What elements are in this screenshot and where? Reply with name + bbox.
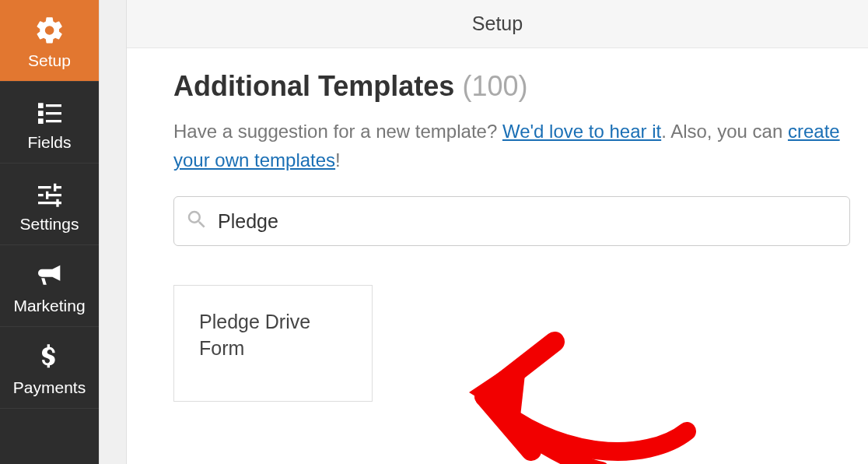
heading-text: Additional Templates (173, 70, 454, 102)
search-box[interactable] (173, 196, 850, 246)
main-header: Setup (127, 0, 868, 48)
sidebar-item-setup[interactable]: Setup (0, 0, 99, 82)
heading-count: (100) (462, 70, 527, 102)
main: Setup Additional Templates (100) Have a … (127, 0, 868, 464)
sidebar-item-settings[interactable]: Settings (0, 163, 99, 245)
sidebar-item-label: Settings (20, 215, 79, 234)
sidebar-item-marketing[interactable]: Marketing (0, 245, 99, 327)
sidebar: Setup Fields Settings Marketing Payments (0, 0, 99, 464)
list-icon (33, 96, 66, 128)
dollar-icon (33, 341, 66, 374)
desc-suffix: ! (335, 149, 341, 170)
sidebar-item-label: Fields (27, 133, 71, 152)
page-title: Setup (472, 12, 523, 35)
search-icon (185, 208, 218, 234)
desc-mid: . Also, you can (661, 121, 788, 142)
suggestion-link[interactable]: We'd love to hear it (502, 121, 661, 142)
template-card-title: Pledge Drive Form (199, 309, 347, 362)
sidebar-item-payments[interactable]: Payments (0, 327, 99, 409)
bullhorn-icon (33, 259, 66, 292)
templates-description: Have a suggestion for a new template? We… (173, 117, 850, 174)
sidebar-item-fields[interactable]: Fields (0, 82, 99, 163)
templates-heading: Additional Templates (100) (173, 70, 868, 103)
sidebar-item-label: Payments (13, 378, 86, 397)
gutter (99, 0, 127, 464)
sidebar-item-label: Setup (28, 51, 71, 70)
arrow-annotation (453, 283, 718, 464)
desc-prefix: Have a suggestion for a new template? (173, 121, 502, 142)
template-card[interactable]: Pledge Drive Form (173, 285, 373, 402)
search-input[interactable] (218, 210, 838, 233)
content: Additional Templates (100) Have a sugges… (127, 48, 868, 402)
gear-icon (33, 14, 66, 47)
sidebar-item-label: Marketing (13, 297, 85, 315)
sliders-icon (33, 178, 66, 210)
